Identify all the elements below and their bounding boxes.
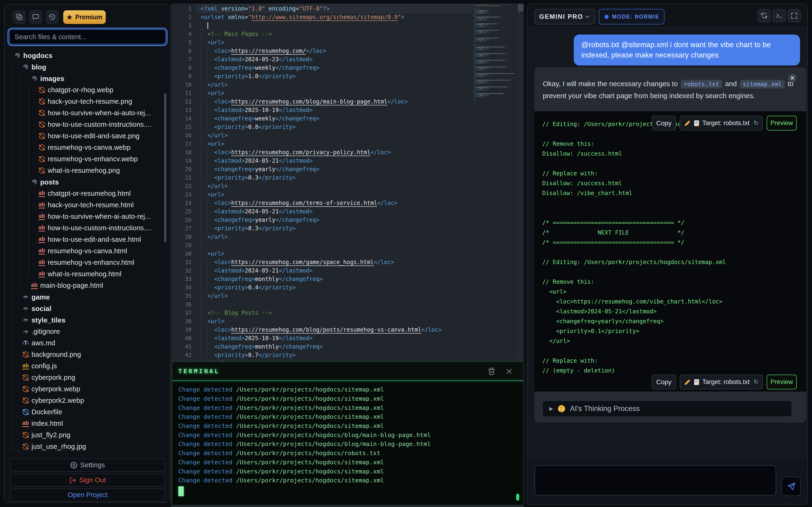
tree-item[interactable]: posts <box>4 176 166 188</box>
text-file-icon: ab <box>39 225 45 231</box>
thinking-process-toggle[interactable]: ▶ AI's Thinking Process <box>542 400 792 417</box>
assistant-code-line: /* =================================== *… <box>542 218 806 227</box>
sign-out-button[interactable]: Sign Out <box>10 474 165 487</box>
tree-item[interactable]: how-to-use-edit-and-save.png <box>4 130 166 142</box>
terminal-scrollbar-thumb[interactable] <box>516 494 519 501</box>
tree-item[interactable]: images <box>4 73 166 84</box>
assistant-code-block: // Editing: /Users/porkr/projects/hogdoc… <box>534 111 806 392</box>
mode-badge[interactable]: MODE: NORMIE <box>599 9 664 24</box>
restart-chat-button[interactable] <box>758 9 771 22</box>
tree-item[interactable]: Dockerfile <box>4 406 166 418</box>
minimap[interactable]: 1 <?xml version="1.0" encoding="UTF-8"?>… <box>472 4 515 363</box>
chat-bubble-icon <box>32 13 40 21</box>
tree-item[interactable]: ab how-to-use-edit-and-save.html <box>4 234 166 245</box>
preview-button[interactable]: Preview <box>767 116 797 130</box>
tree-item[interactable]: ab resumehog-vs-canva.html <box>4 245 166 257</box>
tree-item[interactable]: hogdocs <box>4 50 166 61</box>
file-chip[interactable]: robots.txt <box>681 80 722 89</box>
thinking-face-icon <box>557 404 566 413</box>
line-number: 9 <box>171 73 192 79</box>
premium-button[interactable]: ★ Premium <box>63 10 106 24</box>
line-number: 19 <box>171 158 192 164</box>
tree-item[interactable]: cyberpork2.webp <box>4 395 166 406</box>
tree-item[interactable]: social <box>4 303 166 314</box>
assistant-code-line: // Editing: /Users/porkr/projects/hogdoc… <box>542 257 806 267</box>
tree-item[interactable]: how-to-use-custom-instructions.... <box>4 119 166 130</box>
assistant-text-segment: Okay, I will make the necessary changes … <box>543 80 680 88</box>
tree-item[interactable]: cyberpork.webp <box>4 383 166 395</box>
markdown-file-icon: ‹T› <box>22 340 29 346</box>
copy-button[interactable]: Copy <box>652 375 676 389</box>
tree-item[interactable]: just_fly2.png <box>4 429 166 441</box>
open-project-button[interactable]: Open Project <box>10 489 165 501</box>
terminal-panel: TERMINAL Change detected /Users/porkr/pr… <box>172 362 523 505</box>
trash-icon[interactable] <box>488 368 496 375</box>
tree-item[interactable]: how-to-survive-when-ai-auto-rej... <box>4 107 166 119</box>
target-file-chip[interactable]: Target: robots.txt↻ <box>680 375 763 389</box>
preview-button[interactable]: Preview <box>767 375 797 389</box>
line-number: 42 <box>171 352 192 358</box>
tree-item[interactable]: ab chatgpt-or-resumehog.html <box>4 188 166 199</box>
image-sync-off-icon <box>22 443 30 450</box>
copy-button[interactable]: Copy <box>652 116 676 130</box>
editor-scrollbar-thumb[interactable] <box>518 4 523 11</box>
line-number: 23 <box>171 191 192 198</box>
sign-out-label: Sign Out <box>80 476 106 484</box>
line-number: 36 <box>171 301 192 307</box>
history-button[interactable] <box>46 10 58 23</box>
line-number: 39 <box>171 327 192 333</box>
tree-item[interactable]: hack-your-tech-resume.png <box>4 96 166 107</box>
close-message-button[interactable]: ✕ <box>788 74 797 82</box>
tree-item-label: cyberpork.webp <box>32 385 80 393</box>
tree-item[interactable]: what-is-resumehog.png <box>4 165 166 176</box>
terminal-toggle-button[interactable] <box>772 9 786 22</box>
tree-item-label: how-to-survive-when-ai-auto-rej... <box>48 213 151 220</box>
sidebar-scrollbar[interactable] <box>164 93 166 242</box>
tree-item[interactable]: ab how-to-survive-when-ai-auto-rej... <box>4 211 166 222</box>
tree-item[interactable]: game <box>4 291 166 303</box>
code-line: 15 <priority>0.8</priority> <box>171 123 524 131</box>
send-button[interactable] <box>781 477 801 496</box>
tree-item[interactable]: ‹T› aws.md <box>4 337 166 349</box>
tree-item[interactable]: chatgpt-or-rhog.webp <box>4 84 166 96</box>
tree-item[interactable]: ab hack-your-tech-resume.html <box>4 199 166 211</box>
restart-chat-icon <box>760 12 768 20</box>
tree-item[interactable]: background.png <box>4 349 166 360</box>
chat-input[interactable] <box>535 466 775 495</box>
tree-item[interactable]: ab config.js <box>4 360 166 372</box>
folder-icon <box>31 75 38 82</box>
fullscreen-button[interactable] <box>788 9 801 22</box>
line-number: 18 <box>171 149 192 155</box>
settings-button[interactable]: Settings <box>10 459 165 471</box>
tree-item[interactable]: just_use_rhog.jpg <box>4 441 166 450</box>
code-line: </urlset> <box>472 100 512 101</box>
tree-item[interactable]: ab main-blog-page.html <box>4 280 166 291</box>
history-icon <box>48 13 56 21</box>
tree-item[interactable]: blog <box>4 61 166 73</box>
tree-item[interactable]: style_tiles <box>4 314 166 326</box>
terminal-body[interactable]: Change detected /Users/porkr/projects/ho… <box>172 381 523 505</box>
tree-item[interactable]: cyberpork.png <box>4 372 166 383</box>
tree-item[interactable]: resumehog-vs-enhancv.webp <box>4 153 166 165</box>
code-line: 16 </url> <box>171 131 524 139</box>
tree-item-label: resumehog-vs-canva.html <box>48 247 127 255</box>
search-input[interactable] <box>14 33 160 41</box>
tree-item[interactable]: ab what-is-resumehog.html <box>4 268 166 280</box>
close-icon[interactable] <box>505 368 513 375</box>
sidebar-toolbar: ★ Premium <box>4 10 170 24</box>
chat-scroll-area[interactable]: @robots.txt @sitemap.xml i dont want the… <box>527 27 807 458</box>
copy-plus-button[interactable] <box>13 10 26 23</box>
target-file-chip[interactable]: Target: robots.txt↻ <box>680 116 763 130</box>
file-chip[interactable]: sitemap.xml <box>740 80 785 89</box>
tree-item[interactable]: ab how-to-use-custom-instructions.... <box>4 222 166 234</box>
tree-item[interactable]: .gitignore <box>4 326 166 337</box>
tree-item[interactable]: ab index.html <box>4 418 166 429</box>
line-number: 32 <box>171 268 192 274</box>
code-line: 14 <changefreq>weekly</changefreq> <box>171 114 524 123</box>
model-select[interactable]: GEMINI PRO <box>535 9 595 24</box>
tree-item-label: just_use_rhog.jpg <box>32 443 86 450</box>
tree-item[interactable]: resumehog-vs-canva.webp <box>4 142 166 153</box>
chat-bubble-button[interactable] <box>30 10 42 23</box>
tree-item[interactable]: ab resumehog-vs-enhancv.html <box>4 257 166 268</box>
assistant-code-line: <priority>0.1</priority> <box>542 326 806 336</box>
